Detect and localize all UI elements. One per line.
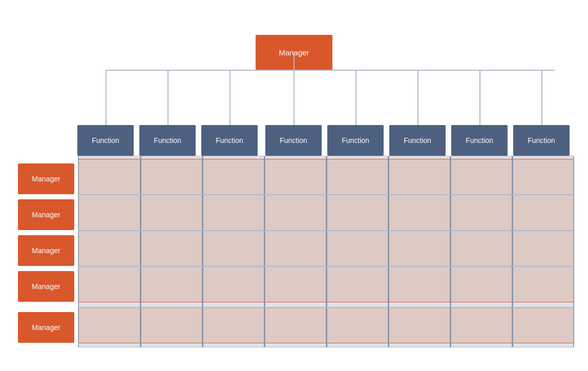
manager-left-label-3: Manager bbox=[32, 282, 60, 291]
manager-left-label-2: Manager bbox=[32, 246, 60, 255]
function-label-4: Function bbox=[342, 136, 369, 145]
function-box-0[interactable]: Function bbox=[77, 125, 134, 156]
function-box-2[interactable]: Function bbox=[201, 125, 258, 156]
manager-left-4[interactable]: Manager bbox=[18, 312, 74, 343]
col-connector-6 bbox=[479, 70, 480, 125]
manager-left-0[interactable]: Manager bbox=[18, 163, 74, 194]
col-connector-5 bbox=[417, 70, 418, 125]
grid-v-line-4 bbox=[388, 156, 389, 347]
top-center-connector bbox=[293, 52, 295, 70]
grid-v-line-1 bbox=[202, 156, 203, 347]
function-box-5[interactable]: Function bbox=[389, 125, 446, 156]
col-connector-2 bbox=[229, 70, 230, 125]
function-label-5: Function bbox=[404, 136, 431, 145]
function-label-6: Function bbox=[466, 136, 493, 145]
row-band-3 bbox=[78, 266, 573, 302]
manager-left-label-4: Manager bbox=[32, 323, 60, 332]
top-horizontal-connector bbox=[106, 70, 555, 71]
row-band-4 bbox=[78, 307, 573, 343]
function-box-3[interactable]: Function bbox=[265, 125, 322, 156]
col-connector-7 bbox=[541, 70, 542, 125]
grid-h-line-1 bbox=[78, 230, 573, 231]
manager-left-label-1: Manager bbox=[32, 211, 60, 219]
manager-left-2[interactable]: Manager bbox=[18, 235, 74, 266]
function-box-7[interactable]: Function bbox=[513, 125, 570, 156]
grid-v-line-5 bbox=[450, 156, 451, 347]
function-label-0: Function bbox=[92, 136, 119, 145]
col-connector-1 bbox=[167, 70, 169, 125]
function-label-7: Function bbox=[528, 136, 555, 145]
grid-v-line-2 bbox=[264, 156, 265, 347]
grid-v-line-3 bbox=[326, 156, 327, 347]
function-label-1: Function bbox=[154, 136, 181, 145]
grid-v-line-0 bbox=[140, 156, 141, 347]
function-box-4[interactable]: Function bbox=[327, 125, 384, 156]
grid-h-line-0 bbox=[78, 194, 573, 195]
row-band-2 bbox=[78, 231, 573, 266]
grid-h-line-2 bbox=[78, 266, 573, 267]
grid-v-line-6 bbox=[512, 156, 513, 347]
grid-area bbox=[78, 156, 574, 347]
function-label-3: Function bbox=[280, 136, 307, 145]
col-connector-0 bbox=[106, 70, 107, 125]
function-box-6[interactable]: Function bbox=[451, 125, 508, 156]
row-band-0 bbox=[78, 159, 573, 195]
diagram-container: Manager Function Function Function Funct… bbox=[0, 0, 588, 371]
manager-left-1[interactable]: Manager bbox=[18, 199, 74, 230]
function-box-1[interactable]: Function bbox=[139, 125, 196, 156]
function-label-2: Function bbox=[216, 136, 243, 145]
manager-left-label-0: Manager bbox=[32, 175, 60, 183]
row-band-1 bbox=[78, 195, 573, 231]
grid-h-line-3 bbox=[78, 307, 573, 308]
manager-left-3[interactable]: Manager bbox=[18, 271, 74, 302]
col-connector-3 bbox=[293, 70, 295, 125]
col-connector-4 bbox=[355, 70, 356, 125]
